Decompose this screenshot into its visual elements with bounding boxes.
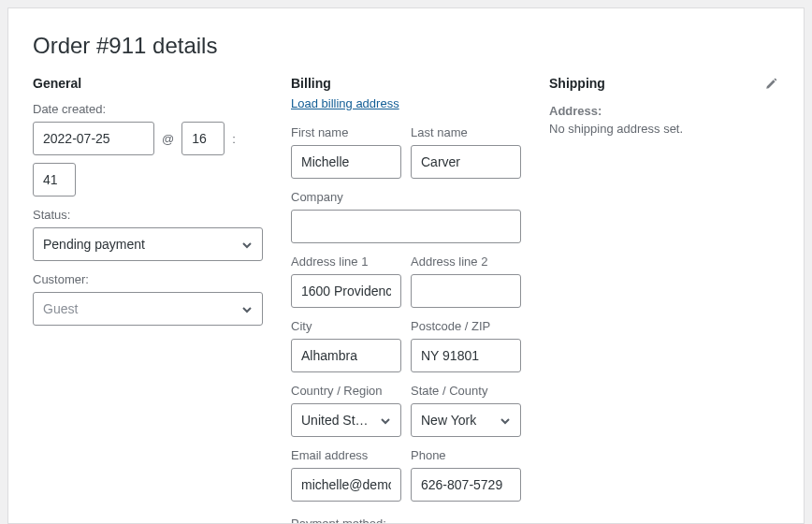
billing-heading: Billing (291, 76, 521, 91)
chevron-down-icon (380, 415, 391, 426)
chevron-down-icon (241, 239, 253, 250)
phone-input[interactable] (411, 468, 521, 502)
email-label: Email address (291, 448, 401, 462)
country-select[interactable]: United States... (291, 403, 401, 437)
date-input[interactable] (33, 122, 154, 155)
colon-symbol: : (232, 132, 236, 146)
status-select-value: Pending payment (43, 237, 236, 252)
load-billing-link[interactable]: Load billing address (291, 96, 399, 110)
general-heading: General (33, 76, 263, 91)
email-input[interactable] (291, 468, 401, 502)
shipping-heading: Shipping (549, 76, 779, 91)
general-column: General Date created: @ : Status: Pendin… (33, 76, 263, 524)
last-name-input[interactable] (411, 145, 521, 179)
at-symbol: @ (162, 132, 174, 146)
city-label: City (291, 319, 401, 333)
status-label: Status: (33, 208, 263, 222)
payment-method-label: Payment method: (291, 517, 521, 524)
state-select[interactable]: New York (411, 403, 521, 437)
shipping-column: Shipping Address: No shipping address se… (549, 76, 779, 524)
last-name-label: Last name (411, 125, 521, 139)
chevron-down-icon (500, 415, 511, 426)
billing-column: Billing Load billing address First name … (291, 76, 521, 524)
shipping-address-label: Address: (549, 104, 779, 118)
minute-input[interactable] (33, 163, 76, 196)
state-select-value: New York (421, 413, 494, 428)
pencil-icon (764, 78, 777, 91)
address1-label: Address line 1 (291, 255, 401, 269)
status-select[interactable]: Pending payment (33, 227, 263, 261)
shipping-address-text: No shipping address set. (549, 122, 779, 136)
customer-select[interactable]: Guest (33, 292, 263, 326)
state-label: State / County (411, 384, 521, 398)
country-select-value: United States... (301, 413, 374, 428)
first-name-label: First name (291, 125, 401, 139)
country-label: Country / Region (291, 384, 401, 398)
company-input[interactable] (291, 210, 521, 243)
customer-select-value: Guest (43, 301, 236, 316)
chevron-down-icon (241, 303, 253, 314)
hour-input[interactable] (181, 122, 225, 155)
city-input[interactable] (291, 339, 401, 372)
address2-input[interactable] (411, 274, 521, 308)
address1-input[interactable] (291, 274, 401, 308)
postcode-label: Postcode / ZIP (411, 319, 521, 333)
company-label: Company (291, 190, 521, 204)
page-title: Order #911 details (33, 33, 779, 59)
first-name-input[interactable] (291, 145, 401, 179)
date-created-label: Date created: (33, 102, 263, 116)
customer-label: Customer: (33, 272, 263, 286)
postcode-input[interactable] (411, 339, 521, 372)
phone-label: Phone (411, 448, 521, 462)
order-details-panel: Order #911 details General Date created:… (7, 7, 805, 524)
edit-shipping-button[interactable] (762, 76, 779, 93)
address2-label: Address line 2 (411, 255, 521, 269)
